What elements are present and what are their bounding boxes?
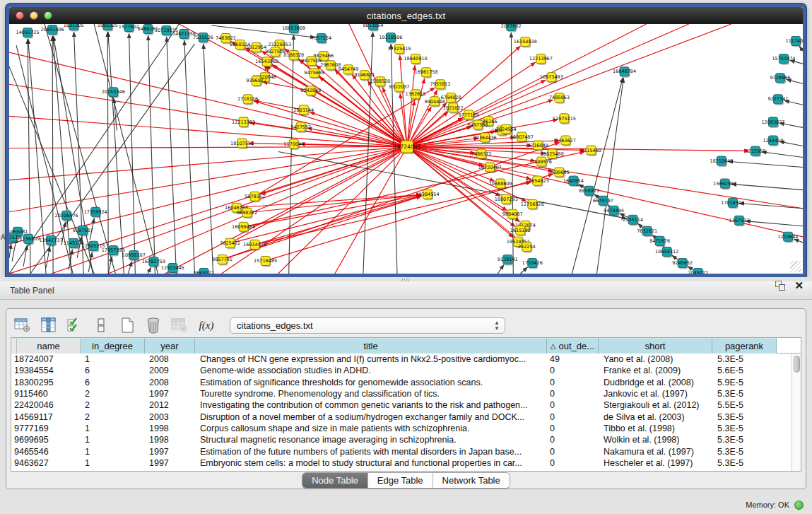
cell-in-degree[interactable]: 6: [81, 366, 145, 375]
cell-short[interactable]: Stergiakouli et al. (2012): [599, 400, 712, 410]
cell-short[interactable]: Hescheler et al. (1997): [599, 458, 712, 468]
create-column-icon[interactable]: [118, 317, 136, 334]
cell-title[interactable]: Changes of HCN gene expression and I(f) …: [195, 354, 547, 364]
cell-pagerank[interactable]: 5.3E-5: [712, 412, 777, 422]
column-header-out-de-[interactable]: △out_de...: [547, 338, 599, 354]
cell-pagerank[interactable]: 5.6E-5: [712, 366, 777, 375]
cell-year[interactable]: 1998: [145, 424, 195, 433]
cell-in-degree[interactable]: 6: [81, 378, 145, 387]
table-row[interactable]: 946362711997Embryonic stem cells: a mode…: [11, 457, 792, 469]
close-window-icon[interactable]: [16, 11, 24, 20]
column-header-title[interactable]: title: [195, 338, 547, 354]
cell-year[interactable]: 1997: [145, 389, 195, 399]
table-scrollbar[interactable]: [792, 354, 801, 471]
column-display-icon[interactable]: [40, 317, 58, 334]
tab-node-table[interactable]: Node Table: [302, 473, 368, 488]
cell-title[interactable]: Estimation of significance thresholds fo…: [195, 378, 547, 387]
cell-out-de-[interactable]: 0: [547, 412, 599, 422]
cell-name[interactable]: 18724007: [11, 354, 81, 364]
table-row[interactable]: 946554611997Estimation of the future num…: [11, 445, 792, 457]
cell-year[interactable]: 2008: [145, 354, 195, 364]
table-row[interactable]: 1830029562008Estimation of significance …: [11, 377, 792, 388]
cell-pagerank[interactable]: 5.5E-5: [712, 400, 777, 410]
cell-short[interactable]: de Silva et al. (2003): [599, 412, 712, 422]
network-canvas[interactable]: 1872400774638228660124591295423226053982…: [9, 24, 803, 274]
cell-name[interactable]: 9465546: [11, 447, 81, 457]
cell-short[interactable]: Franke et al. (2009): [599, 366, 712, 375]
cell-short[interactable]: Nakamura et al. (1997): [599, 447, 712, 457]
cell-in-degree[interactable]: 1: [81, 354, 145, 364]
cell-name[interactable]: 9699695: [11, 435, 81, 445]
delete-table-icon[interactable]: [170, 317, 189, 334]
scrollbar-thumb[interactable]: [794, 356, 800, 373]
cell-pagerank[interactable]: 5.3E-5: [712, 354, 777, 364]
cell-pagerank[interactable]: 5.3E-5: [712, 447, 777, 457]
column-header-pagerank[interactable]: pagerank: [712, 338, 777, 354]
cell-year[interactable]: 2009: [145, 366, 195, 375]
cell-title[interactable]: Structural magnetic resonance image aver…: [195, 435, 547, 445]
row-height-icon[interactable]: [92, 317, 110, 334]
cell-name[interactable]: 9777169: [11, 424, 81, 433]
delete-column-icon[interactable]: [144, 317, 163, 334]
cell-name[interactable]: 9463627: [11, 458, 81, 468]
cell-year[interactable]: 2012: [145, 400, 195, 410]
cell-pagerank[interactable]: 5.3E-5: [712, 424, 777, 433]
cell-short[interactable]: Wolkin et al. (1998): [599, 435, 712, 445]
table-row[interactable]: 977716911998Corpus callosum shape and si…: [11, 423, 792, 434]
cell-year[interactable]: 1997: [145, 447, 195, 457]
cell-in-degree[interactable]: 1: [81, 435, 145, 445]
table-row[interactable]: 1456911722003Disruption of a novel membe…: [11, 411, 792, 422]
cell-title[interactable]: Tourette syndrome. Phenomenology and cla…: [195, 389, 547, 399]
cell-in-degree[interactable]: 2: [81, 389, 145, 399]
table-row[interactable]: 2242004622012Investigating the contribut…: [11, 399, 792, 411]
column-header-name[interactable]: name: [17, 338, 81, 354]
cell-title[interactable]: Investigating the contribution of common…: [195, 400, 547, 410]
canvas-resize-grip[interactable]: [790, 261, 801, 272]
tab-edge-table[interactable]: Edge Table: [368, 473, 433, 488]
cell-in-degree[interactable]: 1: [81, 424, 145, 433]
cell-title[interactable]: Estimation of the future numbers of pati…: [195, 447, 547, 457]
cell-pagerank[interactable]: 5.3E-5: [712, 389, 777, 399]
cell-year[interactable]: 1998: [145, 435, 195, 445]
close-panel-icon[interactable]: ✕: [794, 280, 804, 291]
cell-year[interactable]: 2003: [145, 412, 195, 422]
cell-in-degree[interactable]: 1: [81, 447, 145, 457]
cell-short[interactable]: Jankovic et al. (1997): [599, 389, 712, 399]
cell-pagerank[interactable]: 5.3E-5: [712, 435, 777, 445]
minimize-window-icon[interactable]: [30, 11, 38, 20]
cell-out-de-[interactable]: 0: [547, 424, 599, 433]
column-header-in-degree[interactable]: in_degree: [81, 338, 145, 354]
table-row[interactable]: 911546021997Tourette syndrome. Phenomeno…: [11, 388, 792, 399]
cell-name[interactable]: 22420046: [11, 400, 81, 410]
table-row[interactable]: 1872400712008Changes of HCN gene express…: [11, 354, 792, 365]
cell-in-degree[interactable]: 1: [81, 458, 145, 468]
cell-pagerank[interactable]: 5.3E-5: [712, 458, 777, 468]
column-header-year[interactable]: year: [145, 338, 195, 354]
cell-out-de-[interactable]: 0: [547, 400, 599, 410]
cell-name[interactable]: 19384554: [11, 366, 81, 375]
table-row[interactable]: 969969511998Structural magnetic resonanc…: [11, 434, 792, 445]
cell-out-de-[interactable]: 0: [547, 458, 599, 468]
cell-pagerank[interactable]: 5.9E-5: [712, 378, 777, 387]
cell-out-de-[interactable]: 0: [547, 435, 599, 445]
cell-title[interactable]: Genome-wide association studies in ADHD.: [195, 366, 547, 375]
cell-title[interactable]: Embryonic stem cells: a model to study s…: [195, 458, 547, 468]
cell-short[interactable]: Dudbridge et al. (2008): [599, 378, 712, 387]
table-options-icon[interactable]: [13, 317, 32, 334]
cell-in-degree[interactable]: 2: [81, 412, 145, 422]
cell-out-de-[interactable]: 0: [547, 366, 599, 375]
cell-out-de-[interactable]: 0: [547, 447, 599, 457]
cell-year[interactable]: 2008: [145, 378, 195, 387]
cell-in-degree[interactable]: 2: [81, 400, 145, 410]
cell-year[interactable]: 1997: [145, 458, 195, 468]
table-selector-dropdown[interactable]: citations_edges.txt ▲▼: [230, 317, 505, 334]
cell-out-de-[interactable]: 0: [547, 389, 599, 399]
cell-title[interactable]: Disruption of a novel member of a sodium…: [195, 412, 547, 422]
cell-short[interactable]: Tibbo et al. (1998): [599, 424, 712, 433]
cell-out-de-[interactable]: 49: [547, 354, 599, 364]
cell-out-de-[interactable]: 0: [547, 378, 599, 387]
cell-name[interactable]: 14569117: [11, 412, 81, 422]
window-titlebar[interactable]: citations_edges.txt: [9, 7, 803, 24]
function-builder-icon[interactable]: f(x): [196, 317, 215, 334]
table-row[interactable]: 1938455462009Genome-wide association stu…: [11, 365, 792, 376]
